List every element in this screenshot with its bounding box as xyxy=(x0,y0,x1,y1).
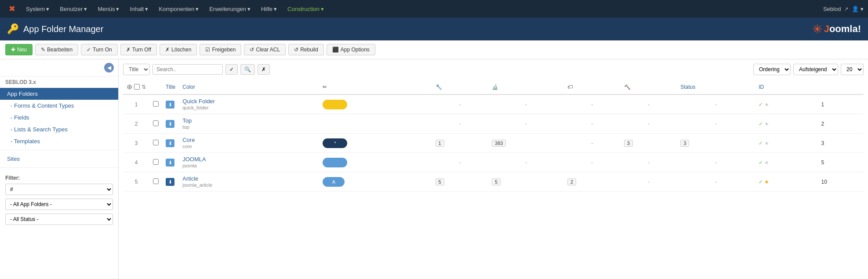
status-star-icon[interactable]: ★ xyxy=(764,140,769,146)
ordering-select[interactable]: Ordering xyxy=(753,64,791,75)
search-input[interactable] xyxy=(153,64,223,75)
status-cell: ✓ ★ xyxy=(759,179,814,185)
row-col4: - xyxy=(488,94,564,114)
joomla-asterisk-icon: ✳ xyxy=(812,22,822,36)
row-title-link[interactable]: Quick Folder xyxy=(182,98,215,105)
status-check-icon[interactable]: ✓ xyxy=(759,101,763,108)
top-navigation: ✖ System ▾ Benutzer ▾ Menüs ▾ Inhalt ▾ K… xyxy=(0,0,868,18)
status-check-icon[interactable]: ✓ xyxy=(759,121,763,127)
table-row: 2⬇ Top top ----- ✓ ★ 2 xyxy=(123,114,864,134)
row-title-link[interactable]: JOOMLA xyxy=(182,156,206,163)
row-title-link[interactable]: Top xyxy=(182,117,192,124)
row-id-cell: 5 xyxy=(817,153,864,172)
th-pencil: ✏ xyxy=(319,80,432,94)
select-all-checkbox[interactable] xyxy=(134,84,140,90)
sidebar-item-lists-search-types[interactable]: - Lists & Search Types xyxy=(0,123,118,135)
status-cell: ✓ ★ xyxy=(759,121,814,127)
per-page-select[interactable]: 20 xyxy=(841,64,864,75)
row-download-cell: ⬇ xyxy=(162,153,179,172)
sort-icon[interactable]: ⇅ xyxy=(142,84,146,90)
nav-logo[interactable]: ✖ xyxy=(4,1,20,16)
row-checkbox-cell xyxy=(149,172,162,192)
row-title-link[interactable]: Core xyxy=(182,137,195,143)
status-star-icon[interactable]: ★ xyxy=(764,179,769,185)
pencil-icon: ✏ xyxy=(323,84,327,90)
status-check-icon[interactable]: ✓ xyxy=(759,159,763,166)
row-checkbox[interactable] xyxy=(153,159,159,165)
row-checkbox[interactable] xyxy=(153,140,159,145)
download-icon[interactable]: ⬇ xyxy=(166,120,174,128)
user-icon[interactable]: 👤 ▾ xyxy=(852,6,864,12)
status-check-icon[interactable]: ✓ xyxy=(759,179,763,185)
download-icon[interactable]: ⬇ xyxy=(166,101,174,109)
delete-button[interactable]: ✗ Löschen xyxy=(160,44,197,55)
row-status-cell: ✓ ★ xyxy=(755,134,817,153)
top-nav-left: ✖ System ▾ Benutzer ▾ Menüs ▾ Inhalt ▾ K… xyxy=(4,1,328,16)
nav-menus[interactable]: Menüs ▾ xyxy=(93,3,123,15)
th-id[interactable]: ID xyxy=(755,80,817,94)
row-checkbox-cell xyxy=(149,114,162,134)
row-col6: - xyxy=(621,94,677,114)
filter-app-folders-select[interactable]: - All App Folders - xyxy=(5,199,113,210)
new-button[interactable]: ✚ Neu xyxy=(5,44,33,55)
freigeben-button[interactable]: ☑ Freigeben xyxy=(200,44,241,55)
download-icon[interactable]: ⬇ xyxy=(166,139,174,147)
th-color[interactable]: Color xyxy=(179,80,319,94)
row-title-link[interactable]: Article xyxy=(182,175,198,182)
row-color-cell: * xyxy=(319,134,432,153)
page-title: App Folder Manager xyxy=(23,24,103,34)
sidebar-item-fields[interactable]: - Fields xyxy=(0,112,118,123)
status-cell: ✓ ★ xyxy=(759,140,814,146)
nav-construction[interactable]: Construction ▾ xyxy=(283,3,328,15)
row-col5-badge: 2 xyxy=(567,178,576,185)
turnon-button[interactable]: ✓ Turn On xyxy=(81,44,118,55)
search-confirm-button[interactable]: ✓ xyxy=(225,64,238,75)
search-clear-button[interactable]: ✗ xyxy=(258,64,270,75)
sidebar-item-forms-content-types[interactable]: - Forms & Content Types xyxy=(0,100,118,112)
row-color-cell xyxy=(319,94,432,114)
th-title-label[interactable]: Title xyxy=(162,80,179,94)
wrench-icon: 🔧 xyxy=(436,84,442,90)
status-check-icon[interactable]: ✓ xyxy=(759,140,763,146)
row-num: 5 xyxy=(123,172,149,192)
collapse-button[interactable]: ◀ xyxy=(104,63,114,72)
add-icon[interactable]: ⊕ xyxy=(127,83,132,91)
download-icon[interactable]: ⬇ xyxy=(166,178,174,186)
joomla-logo-text: Joomla! xyxy=(824,23,861,35)
th-status[interactable]: Status xyxy=(677,80,755,94)
row-col7: - xyxy=(677,114,755,134)
color-badge xyxy=(323,158,347,167)
nav-hilfe[interactable]: Hilfe ▾ xyxy=(257,3,281,15)
edit-button[interactable]: ✎ Bearbeiten xyxy=(35,44,78,55)
turnoff-button[interactable]: ✗ Turn Off xyxy=(120,44,157,55)
row-num: 2 xyxy=(123,114,149,134)
clearacl-button[interactable]: ↺ Clear ACL xyxy=(244,44,286,55)
search-go-button[interactable]: 🔍 xyxy=(240,64,255,75)
row-checkbox[interactable] xyxy=(153,101,159,107)
search-type-select[interactable]: Title xyxy=(123,64,150,75)
nav-benutzer[interactable]: Benutzer ▾ xyxy=(55,3,91,15)
row-col3: 1 xyxy=(432,134,489,153)
nav-erweiterungen[interactable]: Erweiterungen ▾ xyxy=(205,3,255,15)
status-star-icon[interactable]: ★ xyxy=(764,159,769,166)
direction-select[interactable]: Aufsteigend xyxy=(793,64,838,75)
header-left: 🔑 App Folder Manager xyxy=(7,23,103,35)
row-checkbox[interactable] xyxy=(153,178,159,184)
rebuild-button[interactable]: ↺ Rebuild xyxy=(288,44,324,55)
nav-inhalt[interactable]: Inhalt ▾ xyxy=(125,3,153,15)
row-title-cell: Quick Folder quick_folder xyxy=(179,94,319,114)
appoptions-button[interactable]: ⬛ App Options xyxy=(327,44,375,55)
filter-status-select[interactable]: - All Status - xyxy=(5,214,113,225)
nav-system[interactable]: System ▾ xyxy=(22,3,54,15)
username[interactable]: Seblod xyxy=(823,6,841,12)
status-star-icon[interactable]: ★ xyxy=(764,101,769,108)
row-checkbox[interactable] xyxy=(153,120,159,126)
download-icon[interactable]: ⬇ xyxy=(166,159,174,167)
filter-hashtag-select[interactable]: # xyxy=(5,184,113,195)
sidebar-item-app-folders[interactable]: App Folders xyxy=(0,88,118,100)
status-star-icon[interactable]: ★ xyxy=(764,121,769,127)
sidebar-item-templates[interactable]: - Templates xyxy=(0,135,118,147)
refresh-icon: ↺ xyxy=(250,47,254,53)
sidebar-item-sites[interactable]: Sites xyxy=(0,153,118,165)
nav-komponenten[interactable]: Komponenten ▾ xyxy=(154,3,203,15)
